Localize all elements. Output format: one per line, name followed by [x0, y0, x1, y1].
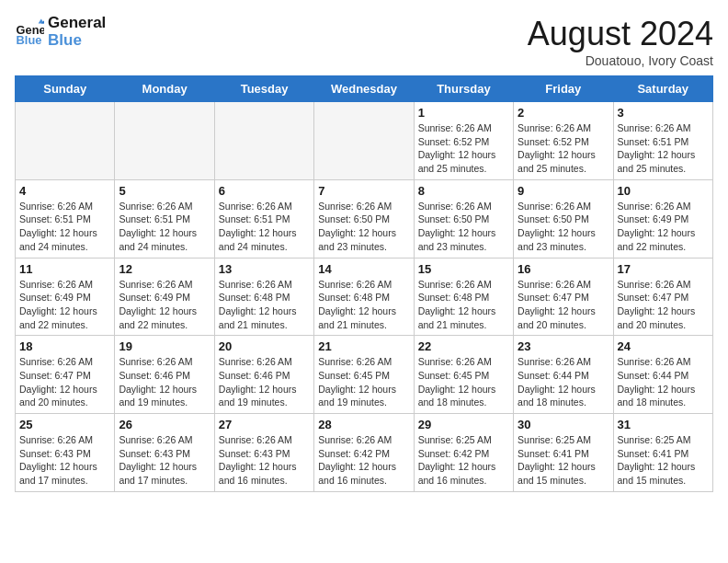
logo-blue: Blue [48, 32, 106, 50]
day-info: Sunrise: 6:26 AM Sunset: 6:51 PM Dayligh… [19, 200, 110, 254]
day-info: Sunrise: 6:26 AM Sunset: 6:50 PM Dayligh… [518, 200, 609, 254]
calendar-cell: 6Sunrise: 6:26 AM Sunset: 6:51 PM Daylig… [214, 179, 313, 258]
day-info: Sunrise: 6:26 AM Sunset: 6:52 PM Dayligh… [518, 121, 609, 176]
calendar-cell: 15Sunrise: 6:26 AM Sunset: 6:48 PM Dayli… [414, 258, 513, 336]
day-number: 24 [618, 339, 709, 353]
day-info: Sunrise: 6:26 AM Sunset: 6:46 PM Dayligh… [119, 355, 210, 409]
day-number: 30 [518, 418, 609, 431]
calendar-cell: 31Sunrise: 6:25 AM Sunset: 6:41 PM Dayli… [613, 414, 712, 492]
day-number: 12 [119, 262, 210, 276]
day-number: 11 [19, 262, 110, 276]
day-info: Sunrise: 6:26 AM Sunset: 6:48 PM Dayligh… [418, 278, 509, 332]
calendar-table: SundayMondayTuesdayWednesdayThursdayFrid… [15, 75, 713, 492]
location-subtitle: Douatouo, Ivory Coast [528, 53, 713, 68]
calendar-cell: 23Sunrise: 6:26 AM Sunset: 6:44 PM Dayli… [514, 336, 613, 414]
day-info: Sunrise: 6:26 AM Sunset: 6:42 PM Dayligh… [318, 433, 409, 488]
day-info: Sunrise: 6:26 AM Sunset: 6:49 PM Dayligh… [119, 278, 210, 332]
calendar-cell: 1Sunrise: 6:26 AM Sunset: 6:52 PM Daylig… [414, 102, 513, 180]
day-number: 15 [418, 262, 509, 276]
day-number: 26 [119, 418, 210, 431]
calendar-cell: 14Sunrise: 6:26 AM Sunset: 6:48 PM Dayli… [314, 258, 414, 336]
day-info: Sunrise: 6:26 AM Sunset: 6:43 PM Dayligh… [119, 433, 210, 488]
day-number: 17 [618, 262, 709, 276]
calendar-cell: 28Sunrise: 6:26 AM Sunset: 6:42 PM Dayli… [314, 414, 414, 492]
day-info: Sunrise: 6:26 AM Sunset: 6:44 PM Dayligh… [518, 355, 609, 409]
day-number: 4 [19, 184, 110, 198]
svg-text:Blue: Blue [17, 32, 42, 46]
weekday-header-monday: Monday [115, 76, 214, 102]
calendar-cell [214, 102, 313, 180]
calendar-cell: 9Sunrise: 6:26 AM Sunset: 6:50 PM Daylig… [514, 179, 613, 258]
day-number: 28 [318, 418, 409, 431]
day-number: 13 [219, 262, 310, 276]
day-info: Sunrise: 6:26 AM Sunset: 6:51 PM Dayligh… [618, 121, 709, 176]
week-row-2: 4Sunrise: 6:26 AM Sunset: 6:51 PM Daylig… [16, 179, 713, 258]
day-info: Sunrise: 6:25 AM Sunset: 6:41 PM Dayligh… [618, 433, 709, 488]
day-info: Sunrise: 6:26 AM Sunset: 6:47 PM Dayligh… [19, 355, 110, 409]
calendar-cell: 13Sunrise: 6:26 AM Sunset: 6:48 PM Dayli… [214, 258, 313, 336]
calendar-cell: 17Sunrise: 6:26 AM Sunset: 6:47 PM Dayli… [613, 258, 712, 336]
calendar-cell: 16Sunrise: 6:26 AM Sunset: 6:47 PM Dayli… [514, 258, 613, 336]
weekday-header-friday: Friday [514, 76, 613, 102]
day-info: Sunrise: 6:26 AM Sunset: 6:51 PM Dayligh… [219, 200, 310, 254]
day-number: 31 [618, 418, 709, 431]
day-info: Sunrise: 6:26 AM Sunset: 6:49 PM Dayligh… [618, 200, 709, 254]
logo-icon: General Blue [15, 17, 44, 47]
calendar-cell: 22Sunrise: 6:26 AM Sunset: 6:45 PM Dayli… [414, 336, 513, 414]
day-number: 22 [418, 339, 509, 353]
weekday-header-tuesday: Tuesday [214, 76, 313, 102]
calendar-cell: 25Sunrise: 6:26 AM Sunset: 6:43 PM Dayli… [16, 414, 115, 492]
day-info: Sunrise: 6:26 AM Sunset: 6:51 PM Dayligh… [119, 200, 210, 254]
week-row-1: 1Sunrise: 6:26 AM Sunset: 6:52 PM Daylig… [16, 102, 713, 180]
calendar-cell [115, 102, 214, 180]
month-title: August 2024 [528, 15, 713, 53]
calendar-cell: 21Sunrise: 6:26 AM Sunset: 6:45 PM Dayli… [314, 336, 414, 414]
logo: General Blue General Blue [15, 15, 106, 49]
calendar-cell: 20Sunrise: 6:26 AM Sunset: 6:46 PM Dayli… [214, 336, 313, 414]
calendar-cell: 26Sunrise: 6:26 AM Sunset: 6:43 PM Dayli… [115, 414, 214, 492]
day-number: 8 [418, 184, 509, 198]
day-info: Sunrise: 6:26 AM Sunset: 6:49 PM Dayligh… [19, 278, 110, 332]
weekday-header-sunday: Sunday [16, 76, 115, 102]
calendar-cell: 3Sunrise: 6:26 AM Sunset: 6:51 PM Daylig… [613, 102, 712, 180]
calendar-cell: 10Sunrise: 6:26 AM Sunset: 6:49 PM Dayli… [613, 179, 712, 258]
day-number: 6 [219, 184, 310, 198]
day-number: 14 [318, 262, 409, 276]
week-row-5: 25Sunrise: 6:26 AM Sunset: 6:43 PM Dayli… [16, 414, 713, 492]
calendar-cell: 19Sunrise: 6:26 AM Sunset: 6:46 PM Dayli… [115, 336, 214, 414]
calendar-cell: 5Sunrise: 6:26 AM Sunset: 6:51 PM Daylig… [115, 179, 214, 258]
week-row-4: 18Sunrise: 6:26 AM Sunset: 6:47 PM Dayli… [16, 336, 713, 414]
day-info: Sunrise: 6:26 AM Sunset: 6:50 PM Dayligh… [318, 200, 409, 254]
day-info: Sunrise: 6:26 AM Sunset: 6:52 PM Dayligh… [418, 121, 509, 176]
page-header: General Blue General Blue August 2024 Do… [15, 15, 713, 68]
calendar-cell: 30Sunrise: 6:25 AM Sunset: 6:41 PM Dayli… [514, 414, 613, 492]
day-info: Sunrise: 6:25 AM Sunset: 6:42 PM Dayligh… [418, 433, 509, 488]
weekday-header-thursday: Thursday [414, 76, 513, 102]
day-number: 21 [318, 339, 409, 353]
calendar-cell: 24Sunrise: 6:26 AM Sunset: 6:44 PM Dayli… [613, 336, 712, 414]
day-info: Sunrise: 6:26 AM Sunset: 6:43 PM Dayligh… [19, 433, 110, 488]
weekday-header-saturday: Saturday [613, 76, 712, 102]
week-row-3: 11Sunrise: 6:26 AM Sunset: 6:49 PM Dayli… [16, 258, 713, 336]
calendar-cell: 8Sunrise: 6:26 AM Sunset: 6:50 PM Daylig… [414, 179, 513, 258]
day-number: 27 [219, 418, 310, 431]
day-info: Sunrise: 6:25 AM Sunset: 6:41 PM Dayligh… [518, 433, 609, 488]
day-number: 16 [518, 262, 609, 276]
calendar-cell: 7Sunrise: 6:26 AM Sunset: 6:50 PM Daylig… [314, 179, 414, 258]
day-info: Sunrise: 6:26 AM Sunset: 6:44 PM Dayligh… [618, 355, 709, 409]
day-info: Sunrise: 6:26 AM Sunset: 6:43 PM Dayligh… [219, 433, 310, 488]
day-info: Sunrise: 6:26 AM Sunset: 6:47 PM Dayligh… [618, 278, 709, 332]
day-number: 3 [618, 106, 709, 120]
logo-general: General [48, 15, 106, 32]
day-number: 9 [518, 184, 609, 198]
day-number: 19 [119, 339, 210, 353]
day-number: 23 [518, 339, 609, 353]
day-info: Sunrise: 6:26 AM Sunset: 6:47 PM Dayligh… [518, 278, 609, 332]
day-number: 5 [119, 184, 210, 198]
day-number: 20 [219, 339, 310, 353]
calendar-cell: 4Sunrise: 6:26 AM Sunset: 6:51 PM Daylig… [16, 179, 115, 258]
day-info: Sunrise: 6:26 AM Sunset: 6:45 PM Dayligh… [418, 355, 509, 409]
calendar-cell: 11Sunrise: 6:26 AM Sunset: 6:49 PM Dayli… [16, 258, 115, 336]
calendar-cell: 27Sunrise: 6:26 AM Sunset: 6:43 PM Dayli… [214, 414, 313, 492]
day-number: 10 [618, 184, 709, 198]
